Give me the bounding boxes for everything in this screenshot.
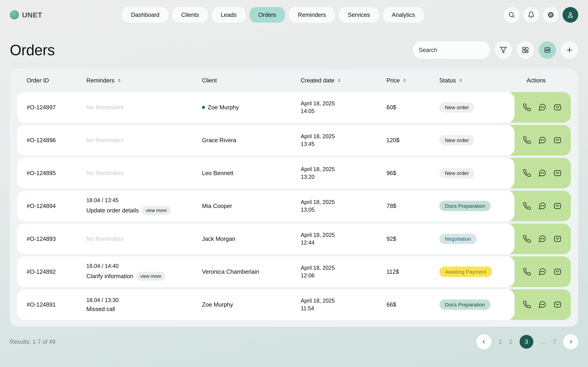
nav-item-clients[interactable]: Clients <box>172 7 208 23</box>
profile-button[interactable] <box>562 7 578 23</box>
chat-icon[interactable] <box>538 169 546 177</box>
no-reminders-label: No Reminders <box>86 137 124 143</box>
created-date: April 18, 2025 <box>301 297 387 305</box>
created-time: 13:20 <box>301 173 387 181</box>
reminder-text: Update order details <box>86 207 139 214</box>
table-footer: Results: 1-7 of 49 1 2 3 ... 7 <box>7 334 581 349</box>
row-actions <box>505 158 571 188</box>
list-view-button[interactable] <box>539 41 556 59</box>
created-date: April 18, 2025 <box>301 166 387 173</box>
view-more-button[interactable]: view more <box>136 272 165 281</box>
created-time: 13:45 <box>301 140 387 148</box>
mail-icon[interactable] <box>553 103 562 111</box>
column-header-reminders[interactable]: Reminders <box>86 77 202 84</box>
status-cell: Negotiation <box>439 234 515 244</box>
created-date-cell: April 18, 2025 14:05 <box>301 100 387 115</box>
row-card: #O-124891 18.04 / 13:30 Missed call Zoe … <box>17 289 515 320</box>
status-cell: Awaiting Payment <box>439 267 515 277</box>
phone-icon[interactable] <box>523 235 531 243</box>
list-view-icon <box>544 46 551 54</box>
reminder-datetime: 18.04 / 14:40 <box>86 263 202 269</box>
nav-item-leads[interactable]: Leads <box>212 7 245 23</box>
order-id: #O-124895 <box>27 170 86 176</box>
phone-icon[interactable] <box>523 300 531 309</box>
mail-icon[interactable] <box>553 136 562 144</box>
topbar-actions <box>504 7 578 23</box>
table-controls <box>413 41 578 59</box>
status-badge: New order <box>439 135 474 145</box>
sort-icon <box>337 78 341 83</box>
filter-icon <box>500 46 507 54</box>
mail-icon[interactable] <box>553 300 562 309</box>
price: 66$ <box>387 301 439 308</box>
chat-icon[interactable] <box>538 136 546 144</box>
column-header-status[interactable]: Status <box>439 77 527 84</box>
nav-item-reminders[interactable]: Reminders <box>289 7 335 23</box>
mail-icon[interactable] <box>553 235 562 243</box>
search-box <box>413 41 490 59</box>
nav-item-dashboard[interactable]: Dashboard <box>122 7 168 23</box>
phone-icon[interactable] <box>523 202 531 210</box>
chat-icon[interactable] <box>538 202 546 210</box>
client-cell: Mia Cooper <box>202 203 301 209</box>
next-page-button[interactable] <box>563 334 578 349</box>
column-header-created-date[interactable]: Created date <box>301 77 387 84</box>
mail-icon[interactable] <box>553 169 562 177</box>
page-1[interactable]: 1 <box>498 338 502 345</box>
status-cell: New order <box>439 102 515 113</box>
grid-view-icon <box>522 46 529 54</box>
status-cell: Docs Preparation <box>439 201 515 211</box>
phone-icon[interactable] <box>523 136 531 144</box>
view-more-button[interactable]: view more <box>142 206 171 215</box>
search-button[interactable] <box>504 7 519 23</box>
sort-icon <box>117 78 121 83</box>
nav-item-services[interactable]: Services <box>339 7 379 23</box>
order-id: #O-124897 <box>27 104 86 111</box>
created-time: 14:05 <box>301 107 387 115</box>
client-name: Veronica Chamberlain <box>202 268 259 275</box>
status-badge: Docs Preparation <box>439 201 491 211</box>
settings-button[interactable] <box>543 7 559 23</box>
status-cell: New order <box>439 168 515 178</box>
created-date: April 18, 2025 <box>301 100 387 107</box>
page-2[interactable]: 2 <box>509 338 512 345</box>
bell-icon <box>528 11 535 18</box>
phone-icon[interactable] <box>523 267 531 276</box>
chat-icon[interactable] <box>538 300 546 309</box>
table-row: #O-124897 No Reminders Zoe Murphy April … <box>17 92 571 123</box>
chat-icon[interactable] <box>538 235 546 243</box>
grid-view-button[interactable] <box>517 41 534 59</box>
filter-button[interactable] <box>495 41 512 59</box>
chat-icon[interactable] <box>538 267 546 276</box>
notifications-button[interactable] <box>523 7 539 23</box>
reminder-text: Missed call <box>86 306 115 312</box>
sort-icon <box>402 78 407 83</box>
prev-page-button[interactable] <box>476 334 491 349</box>
page-3-current[interactable]: 3 <box>519 335 533 349</box>
sort-icon <box>458 78 463 83</box>
status-badge: Docs Preparation <box>439 300 491 310</box>
order-id: #O-124891 <box>27 301 86 308</box>
chat-icon[interactable] <box>538 103 546 111</box>
mail-icon[interactable] <box>553 202 562 210</box>
order-id: #O-124894 <box>27 203 86 209</box>
row-actions <box>505 289 571 320</box>
column-header-price[interactable]: Price <box>387 77 439 84</box>
mail-icon[interactable] <box>553 267 562 276</box>
add-order-button[interactable] <box>561 41 578 59</box>
phone-icon[interactable] <box>523 103 531 111</box>
nav-item-analytics[interactable]: Analytics <box>383 7 424 23</box>
nav-item-orders[interactable]: Orders <box>250 7 285 23</box>
phone-icon[interactable] <box>523 169 531 177</box>
table-row: #O-124892 18.04 / 14:40 Clarify informat… <box>17 257 571 287</box>
page-7[interactable]: 7 <box>553 338 556 345</box>
created-date-cell: April 18, 2025 12:06 <box>301 264 387 279</box>
client-name: Leo Bennett <box>202 170 233 176</box>
status-cell: Docs Preparation <box>439 300 515 310</box>
status-badge: New order <box>439 168 474 178</box>
reminder-cell: No Reminders <box>86 236 202 242</box>
reminder-datetime: 18.04 / 13:45 <box>86 197 202 204</box>
reminder-line: Update order details view more <box>86 206 202 215</box>
price: 60$ <box>387 104 439 111</box>
search-input[interactable] <box>419 47 494 53</box>
